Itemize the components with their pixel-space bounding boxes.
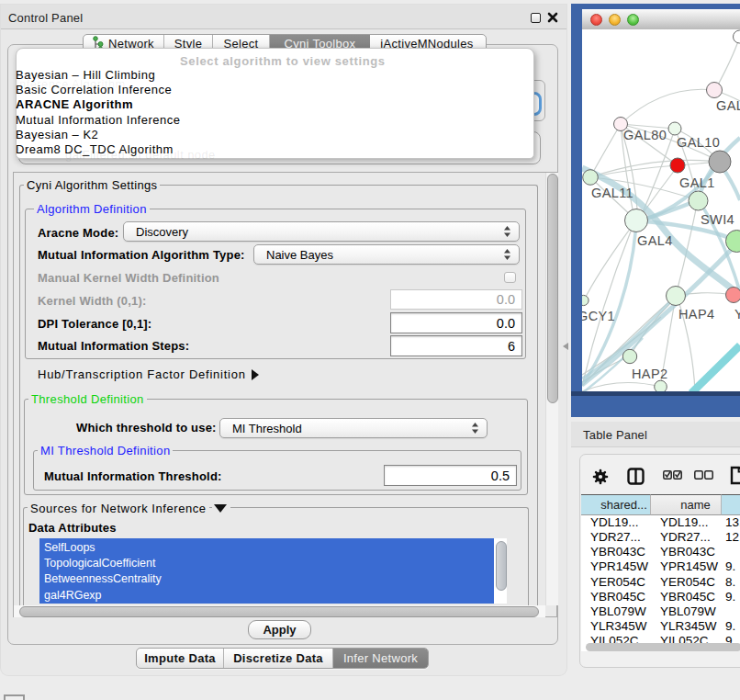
svg-text:GCY1: GCY1	[582, 309, 615, 323]
svg-text:HAP2: HAP2	[632, 367, 667, 381]
svg-text:GAL1: GAL1	[679, 175, 715, 190]
svg-text:GAL80: GAL80	[623, 128, 667, 142]
svg-text:SWI4: SWI4	[701, 212, 734, 227]
svg-text:HAP4: HAP4	[678, 307, 714, 322]
svg-text:GAL4: GAL4	[637, 233, 673, 248]
svg-text:GAL11: GAL11	[591, 186, 633, 200]
svg-text:Y: Y	[734, 307, 740, 322]
svg-text:GAL: GAL	[716, 98, 740, 113]
svg-text:GAL10: GAL10	[677, 135, 720, 150]
